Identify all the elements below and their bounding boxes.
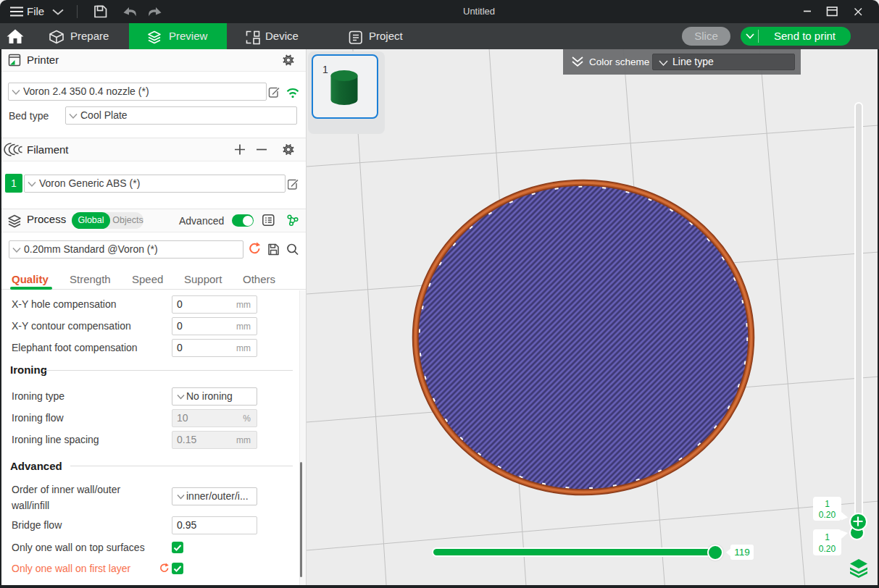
svg-text:1: 1 xyxy=(825,532,830,542)
svg-text:0.20: 0.20 xyxy=(819,510,836,520)
svg-text:1: 1 xyxy=(825,499,830,509)
svg-text:0.20: 0.20 xyxy=(819,544,836,554)
